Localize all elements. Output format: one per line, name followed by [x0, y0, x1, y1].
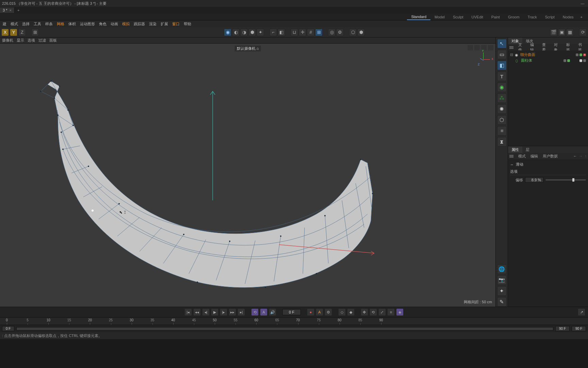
keyframe-icon[interactable]: ◆ [347, 308, 355, 316]
snap-active-icon[interactable]: ⊞ [315, 29, 323, 36]
cube-tool-icon[interactable]: ◧ [497, 61, 507, 70]
menu-help[interactable]: 帮助 [182, 21, 193, 27]
field-tool-icon[interactable]: ✺ [497, 104, 507, 114]
tab-attributes[interactable]: 属性 [508, 147, 522, 153]
next-key-icon[interactable]: ▸▸ [229, 308, 236, 316]
menu-tracker[interactable]: 跟踪器 [132, 21, 147, 27]
layout-tab-paint[interactable]: Paint [487, 14, 504, 20]
text-tool-icon[interactable]: T [497, 72, 507, 81]
prev-key-icon[interactable]: ◂◂ [193, 308, 201, 316]
record-icon[interactable]: ● [307, 308, 314, 316]
maximize-icon[interactable] [488, 45, 493, 50]
tool-icon[interactable]: ◑ [240, 29, 248, 36]
menu-extensions[interactable]: 扩展 [159, 21, 170, 27]
vp-menu-camera[interactable]: 摄像机 [2, 38, 13, 43]
layout-tab-sculpt[interactable]: Sculpt [449, 14, 468, 20]
axis-gizmo[interactable]: Y X Z [475, 50, 491, 67]
tool-icon[interactable]: ⬢ [357, 29, 365, 36]
render-icon[interactable]: ▣ [558, 29, 566, 36]
next-frame-icon[interactable]: |▸ [220, 308, 227, 316]
add-tab-button[interactable]: + [15, 8, 22, 12]
render-settings-icon[interactable]: 🎬 [550, 29, 557, 36]
range-end-b[interactable]: 90 F [572, 326, 586, 331]
snap-icon[interactable]: ✛ [299, 29, 306, 36]
timeline-ruler[interactable]: 051015202530354045505560657075808590 [0, 317, 588, 325]
goto-end-icon[interactable]: ▸| [238, 308, 245, 316]
menu-mode[interactable]: 模式 [9, 21, 20, 27]
deformer-tool-icon[interactable]: ⬡ [497, 115, 507, 125]
vp-menu-panel[interactable]: 面板 [49, 38, 57, 43]
nav-back-icon[interactable]: ← [573, 154, 577, 158]
close-icon[interactable]: × [9, 8, 11, 12]
move-tool-icon[interactable]: ◉ [224, 29, 231, 36]
loop-icon[interactable]: ⟲ [251, 308, 259, 316]
edit-icon[interactable]: ✎ [497, 297, 507, 307]
offset-value[interactable]: 8.9 % [525, 177, 543, 183]
menu-spline[interactable]: 样条 [43, 21, 55, 27]
symmetry-tool-icon[interactable]: ⧗ [497, 137, 507, 147]
viewport[interactable]: 摄像机 显示 选项 过滤 面板 默认摄像机 ⌂ Y X Z [0, 37, 495, 307]
menu-mesh[interactable]: 网格 [55, 21, 66, 27]
subdiv-tool-icon[interactable]: ◉ [497, 82, 507, 92]
world-icon[interactable]: 🌐 [497, 264, 507, 274]
offset-slider[interactable] [545, 179, 586, 181]
menu-volume[interactable]: 体积 [66, 21, 78, 27]
axis-z-button[interactable]: Z [18, 29, 26, 36]
current-frame[interactable]: 0 F [282, 309, 301, 315]
attrmenu-edit[interactable]: 编辑 [529, 154, 539, 159]
tree-item-cylinder[interactable]: ⬯ 圆柱体 [509, 58, 587, 63]
collapse-icon[interactable]: ⊟ [510, 52, 513, 57]
param-key-icon[interactable]: ≡ [387, 308, 395, 316]
menu-render[interactable]: 渲染 [147, 21, 159, 27]
rect-tool-icon[interactable]: ▭ [497, 50, 507, 59]
layout-tab-script[interactable]: Script [541, 14, 559, 20]
layout-tab-track[interactable]: Track [524, 14, 541, 20]
pos-key-icon[interactable]: ✥ [361, 308, 368, 316]
hand-icon[interactable] [468, 45, 473, 50]
export-icon[interactable]: ↗ [578, 308, 585, 316]
menu-character[interactable]: 角色 [97, 21, 109, 27]
cloner-tool-icon[interactable]: ⁂ [497, 93, 507, 103]
autokey-icon[interactable]: A [260, 308, 267, 316]
axis-x-button[interactable]: X [1, 29, 9, 36]
viewport-canvas[interactable]: 默认摄像机 ⌂ Y X Z [0, 44, 495, 307]
layout-tab-standard[interactable]: Standard [407, 14, 430, 20]
menu-animate[interactable]: 动画 [109, 21, 120, 27]
autokey-toggle-icon[interactable]: A [316, 308, 323, 316]
pla-key-icon[interactable]: ◈ [396, 308, 404, 316]
light-icon[interactable]: ✦ [497, 286, 507, 296]
nav-up-icon[interactable]: ↑ [585, 154, 587, 158]
tool-icon[interactable]: ⌐ [270, 29, 277, 36]
play-icon[interactable]: ▶ [211, 308, 218, 316]
refresh-icon[interactable]: ⟳ [579, 29, 587, 36]
range-track[interactable] [16, 327, 553, 331]
render-region-icon[interactable]: ▦ [566, 29, 574, 36]
tool-icon[interactable]: ⬡ [349, 29, 357, 36]
camera-icon[interactable]: 📷 [497, 275, 507, 285]
vp-menu-options[interactable]: 选项 [28, 38, 35, 43]
vp-menu-display[interactable]: 显示 [17, 38, 24, 43]
tool-icon[interactable]: ✦ [257, 29, 264, 36]
hamburger-icon[interactable] [509, 46, 513, 49]
sound-icon[interactable]: 🔊 [269, 308, 276, 316]
tool-icon[interactable]: ◧ [278, 29, 285, 36]
range-end-a[interactable]: 90 F [555, 326, 570, 331]
snap-icon[interactable]: ⊔ [291, 29, 298, 36]
minimize-icon[interactable]: — [579, 1, 586, 5]
menu-simulate[interactable]: 模拟 [120, 21, 132, 27]
nav-fwd-icon[interactable]: → [579, 154, 583, 158]
menu-mograph[interactable]: 运动图形 [78, 21, 97, 27]
rot-key-icon[interactable]: ⟲ [370, 308, 377, 316]
hamburger-icon[interactable] [509, 154, 513, 158]
tab-layers[interactable]: 层 [522, 147, 533, 153]
layout-tab-nodes[interactable]: Nodes [559, 14, 578, 20]
object-tree[interactable]: ⊟ ◉ 细分曲面 × ⬯ 圆柱体 [508, 50, 588, 146]
menu-window[interactable]: 窗口 [170, 21, 182, 27]
keyframe-icon[interactable]: ◇ [338, 308, 346, 316]
tool-icon[interactable]: ⚙ [336, 29, 344, 36]
layout-tab-groom[interactable]: Groom [504, 14, 524, 20]
axis-y-button[interactable]: Y [10, 29, 17, 36]
cursor-tool-icon[interactable]: ↖ [497, 39, 507, 48]
menu-tools[interactable]: 工具 [32, 21, 43, 27]
menu-create[interactable]: 建 [1, 21, 9, 27]
